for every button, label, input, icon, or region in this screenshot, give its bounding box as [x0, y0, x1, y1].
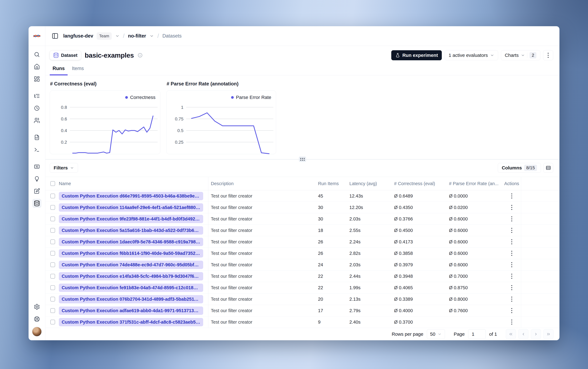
chevron-down-icon [149, 34, 154, 38]
select-all-checkbox[interactable] [50, 181, 55, 186]
columns-button[interactable]: Columns 8/15 [498, 163, 541, 173]
row-actions-menu-button[interactable] [511, 297, 512, 302]
run-name-link[interactable]: Custom Python Execution 74de488e-ec9d-47… [59, 261, 203, 269]
breadcrumb: langfuse-dev Team / no-filter / Datasets [63, 32, 182, 40]
row-checkbox[interactable] [50, 251, 55, 256]
column-header-latency[interactable]: Latency (avg) [348, 181, 392, 186]
org-switcher-button[interactable] [115, 34, 119, 38]
rows-per-page-select[interactable]: 50 [427, 329, 445, 339]
resize-grip-handle[interactable] [299, 156, 306, 162]
row-checkbox[interactable] [50, 205, 55, 210]
row-checkbox[interactable] [50, 274, 55, 278]
row-height-button[interactable] [543, 163, 553, 173]
filters-button[interactable]: Filters [50, 163, 78, 173]
first-page-button[interactable] [506, 329, 516, 339]
row-checkbox[interactable] [50, 297, 55, 301]
tab-runs[interactable]: Runs [50, 66, 68, 75]
run-description: Test our filter creator [208, 282, 316, 293]
page-title: basic-examples [85, 51, 134, 59]
row-actions-menu-button[interactable] [511, 239, 512, 244]
run-latency: 2.44s [348, 274, 392, 279]
run-name-link[interactable]: Custom Python Execution 114aa9ef-29e6-4e… [59, 203, 203, 212]
run-name-link[interactable]: Custom Python Execution 371f531c-abff-4d… [59, 318, 203, 326]
last-page-button[interactable] [543, 329, 553, 339]
column-header-description[interactable]: Description [208, 177, 316, 190]
row-actions-menu-button[interactable] [511, 319, 512, 325]
page-actions-menu-button[interactable] [543, 50, 553, 60]
run-name-link[interactable]: Custom Python Execution fe91b83e-04a5-47… [59, 284, 203, 292]
run-description: Test our filter creator [208, 316, 316, 328]
next-page-button[interactable] [531, 329, 541, 339]
row-checkbox[interactable] [50, 320, 55, 324]
row-checkbox[interactable] [50, 262, 55, 267]
sidebar-item-annotations[interactable] [32, 186, 41, 196]
table-row: Custom Python Execution 076b2704-341d-48… [45, 294, 559, 305]
row-checkbox[interactable] [50, 285, 55, 290]
run-parse-error-rate-avg: Ø 0.0200 [447, 205, 502, 210]
user-avatar[interactable] [32, 327, 42, 337]
row-actions-menu-button[interactable] [511, 228, 512, 233]
sidebar-item-prompts[interactable] [32, 133, 41, 142]
panel-left-icon [52, 32, 59, 39]
sidebar-item-home[interactable] [32, 62, 41, 71]
chevron-left-icon [521, 332, 526, 337]
row-checkbox[interactable] [50, 228, 55, 233]
run-name-link[interactable]: Custom Python Execution 076b2704-341d-48… [59, 295, 203, 303]
row-actions-menu-button[interactable] [511, 308, 512, 313]
sidebar-item-playground[interactable] [32, 145, 41, 154]
tab-items[interactable]: Items [69, 66, 87, 75]
row-checkbox[interactable] [50, 216, 55, 221]
breadcrumb-org[interactable]: langfuse-dev [63, 33, 93, 39]
project-switcher-button[interactable] [149, 34, 154, 38]
row-actions-menu-button[interactable] [511, 274, 512, 279]
column-header-run-items[interactable]: Run Items [316, 181, 348, 186]
row-actions-menu-button[interactable] [511, 194, 512, 198]
sidebar-item-evaluators[interactable] [32, 162, 41, 171]
sidebar-item-datasets[interactable] [32, 199, 41, 208]
gear-icon [34, 304, 40, 310]
flask-icon [395, 53, 400, 58]
row-checkbox[interactable] [50, 239, 55, 244]
breadcrumb-project[interactable]: no-filter [128, 33, 146, 39]
run-experiment-button[interactable]: Run experiment [391, 50, 442, 60]
active-evaluators-dropdown[interactable]: 1 active evaluators [445, 50, 498, 60]
previous-page-button[interactable] [518, 329, 528, 339]
run-name-link[interactable]: Custom Python Execution 5a15a616-1bab-44… [59, 226, 203, 235]
column-header-correctness[interactable]: # Correctness (eval) [392, 181, 447, 186]
sidebar-item-sessions[interactable] [32, 104, 41, 113]
sidebar-toggle-button[interactable] [52, 32, 59, 39]
run-name-link[interactable]: Custom Python Execution 1daec0f9-5e78-43… [59, 238, 203, 246]
sidebar-item-support[interactable] [32, 315, 41, 324]
run-name-link[interactable]: Custom Python Execution d66e7991-8595-45… [59, 192, 203, 200]
run-name-link[interactable]: Custom Python Execution 9fe23f98-881e-44… [59, 215, 203, 223]
filters-label: Filters [54, 165, 68, 171]
sidebar-item-users[interactable] [32, 116, 41, 125]
row-actions-menu-button[interactable] [511, 205, 512, 210]
row-actions-menu-button[interactable] [511, 285, 512, 290]
dataset-info-button[interactable] [137, 53, 143, 58]
column-header-parse-error-rate[interactable]: # Parse Error Rate (an... [447, 181, 502, 186]
sidebar-item-tracing[interactable] [32, 91, 41, 101]
run-name-link[interactable]: Custom Python Execution adfae619-abb0-4d… [59, 307, 203, 315]
row-actions-menu-button[interactable] [511, 216, 512, 221]
main-area: langfuse-dev Team / no-filter / Datasets… [45, 26, 559, 340]
breadcrumb-section[interactable]: Datasets [162, 33, 182, 39]
sidebar-item-search[interactable] [32, 50, 41, 59]
row-checkbox[interactable] [50, 194, 55, 198]
sidebar-item-settings[interactable] [32, 302, 41, 311]
sidebar-item-dashboards[interactable] [32, 74, 41, 83]
page-number-input[interactable]: 1 [468, 329, 486, 339]
langfuse-logo[interactable] [29, 26, 45, 46]
run-correctness-avg: Ø 0.4000 [392, 308, 447, 313]
charts-dropdown[interactable]: Charts 2 [501, 50, 540, 60]
column-header-name[interactable]: Name [59, 181, 208, 186]
playground-icon [34, 146, 40, 153]
sidebar-item-suggestions[interactable] [32, 174, 41, 183]
row-checkbox[interactable] [50, 308, 55, 313]
run-name-link[interactable]: Custom Python Execution e14fa348-5cfc-49… [59, 272, 203, 280]
row-actions-menu-button[interactable] [511, 262, 512, 267]
run-name-link[interactable]: Custom Python Execution f6bb1614-1f90-40… [59, 249, 203, 257]
table-row: Custom Python Execution f6bb1614-1f90-40… [45, 248, 559, 259]
row-actions-menu-button[interactable] [511, 251, 512, 256]
sidebar [29, 26, 45, 340]
